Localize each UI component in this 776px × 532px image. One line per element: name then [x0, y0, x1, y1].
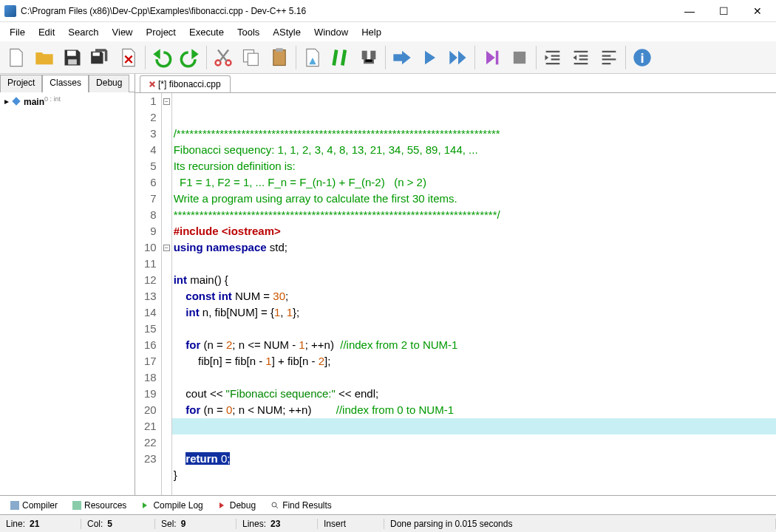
tab-find-results[interactable]: Find Results	[265, 499, 338, 512]
bottom-tabs: Compiler Resources Compile Log Debug Fin…	[0, 495, 776, 514]
menu-tools[interactable]: Tools	[231, 24, 266, 40]
current-line-highlight	[172, 418, 776, 434]
side-panel: Project Classes Debug ▸ main0 : int	[0, 74, 135, 495]
save-icon[interactable]	[59, 44, 86, 71]
menu-project[interactable]: Project	[140, 24, 183, 40]
copy-icon[interactable]	[238, 44, 265, 71]
paste-icon[interactable]	[266, 44, 293, 71]
title-bar: C:\Program Files (x86)\Dev-Cpp\Examples\…	[0, 0, 776, 22]
undo-icon[interactable]	[149, 44, 175, 71]
svg-rect-7	[273, 50, 285, 65]
source-area[interactable]: /***************************************…	[172, 93, 776, 495]
svg-rect-10	[370, 50, 375, 59]
svg-rect-16	[10, 501, 19, 510]
svg-rect-1	[68, 59, 77, 64]
format-icon[interactable]	[596, 44, 622, 71]
svg-rect-12	[496, 50, 499, 64]
menu-astyle[interactable]: AStyle	[266, 24, 307, 40]
svg-rect-17	[72, 501, 81, 510]
tab-resources[interactable]: Resources	[67, 499, 132, 512]
tree-node-main[interactable]: ▸ main0 : int	[4, 95, 130, 107]
open-file-icon[interactable]	[31, 44, 58, 71]
svg-rect-13	[514, 51, 525, 63]
tab-compile-log[interactable]: Compile Log	[135, 499, 208, 512]
compile-icon[interactable]	[445, 44, 472, 71]
unindent-icon[interactable]	[568, 44, 594, 71]
svg-rect-11	[393, 54, 402, 61]
svg-rect-8	[276, 48, 282, 52]
find-icon[interactable]	[355, 44, 382, 71]
close-tab-icon[interactable]	[149, 81, 155, 87]
comment-icon[interactable]	[327, 44, 354, 71]
line-gutter: 1234567891011121314151617181920212223	[135, 93, 162, 495]
tab-bottom-debug[interactable]: Debug	[212, 499, 262, 512]
indent-icon[interactable]	[540, 44, 566, 71]
svg-text:i: i	[640, 50, 644, 66]
redo-icon[interactable]	[177, 44, 203, 71]
tab-project[interactable]: Project	[0, 75, 42, 92]
toolbar: i	[0, 41, 776, 74]
class-tree[interactable]: ▸ main0 : int	[0, 92, 135, 495]
new-project-icon[interactable]	[299, 44, 326, 71]
menu-execute[interactable]: Execute	[183, 24, 231, 40]
svg-rect-0	[67, 50, 76, 55]
close-file-icon[interactable]	[115, 44, 142, 71]
svg-rect-2	[93, 52, 100, 56]
menu-help[interactable]: Help	[355, 24, 388, 40]
run-icon[interactable]	[417, 44, 443, 71]
menu-view[interactable]: View	[106, 24, 140, 40]
maximize-button[interactable]: ☐	[707, 0, 741, 22]
menu-window[interactable]: Window	[307, 24, 355, 40]
fold-gutter: −−	[162, 93, 172, 495]
editor-tab-fibonacci[interactable]: [*] fibonacci.cpp	[140, 75, 231, 92]
minimize-button[interactable]: —	[673, 0, 707, 22]
debug-icon[interactable]	[478, 44, 505, 71]
app-icon	[4, 5, 16, 17]
menu-edit[interactable]: Edit	[32, 24, 61, 40]
menu-bar: File Edit Search View Project Execute To…	[0, 22, 776, 41]
code-editor[interactable]: 1234567891011121314151617181920212223 −−…	[135, 93, 776, 495]
close-button[interactable]: ✕	[741, 0, 775, 22]
tab-classes[interactable]: Classes	[42, 75, 89, 92]
menu-file[interactable]: File	[3, 24, 32, 40]
tab-debug[interactable]: Debug	[89, 75, 129, 92]
about-icon[interactable]: i	[629, 44, 656, 71]
cut-icon[interactable]	[210, 44, 236, 71]
svg-rect-9	[362, 50, 367, 59]
menu-search[interactable]: Search	[61, 24, 105, 40]
tab-compiler[interactable]: Compiler	[4, 499, 64, 512]
compile-run-icon[interactable]	[389, 44, 415, 71]
new-file-icon[interactable]	[3, 44, 30, 71]
stop-icon[interactable]	[506, 44, 533, 71]
status-bar: Line:21 Col:5 Sel:9 Lines:23 Insert Done…	[0, 514, 776, 532]
svg-rect-6	[248, 53, 258, 65]
editor-tabs: [*] fibonacci.cpp	[135, 74, 776, 93]
save-all-icon[interactable]	[87, 44, 114, 71]
window-title: C:\Program Files (x86)\Dev-Cpp\Examples\…	[21, 6, 673, 16]
